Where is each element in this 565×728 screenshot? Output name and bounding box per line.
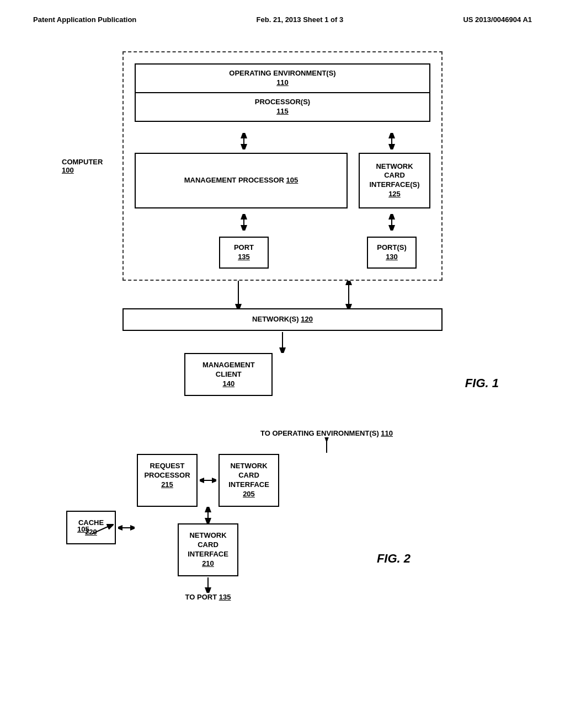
network-card-125-box: NETWORKCARDINTERFACE(S)125 <box>359 153 430 209</box>
arrow-down-left <box>135 133 353 149</box>
arrow-from-network <box>111 331 454 353</box>
mgmt-client-label: MANAGEMENTCLIENT140 <box>202 361 255 388</box>
down-arrow-nc-svg <box>383 214 400 231</box>
op-env-top: OPERATING ENVIRONMENT(S) 110 <box>136 65 429 93</box>
arrows-from-middle <box>135 214 430 231</box>
to-op-env-wrapper: TO OPERATING ENVIRONMENT(S) 110 <box>132 429 521 454</box>
network-card-210-label: NETWORKCARDINTERFACE210 <box>188 531 228 568</box>
network-box: NETWORK(S) 120 <box>122 308 443 331</box>
fig2-label: FIG. 2 <box>377 552 411 565</box>
processor-box: PROCESSOR(S) 115 <box>136 93 429 121</box>
main-content: COMPUTER 100 OPERATING ENVIRONMENT(S) 11… <box>0 29 565 577</box>
ref-105-label: 105 <box>77 525 89 533</box>
ports-130-label: PORT(S) 130 <box>377 243 406 261</box>
down-arrow-mgmt-svg <box>236 214 252 231</box>
to-op-env-label: TO OPERATING ENVIRONMENT(S) 110 <box>260 429 393 437</box>
network-card-205-label: NETWORKCARDINTERFACE205 <box>228 462 269 498</box>
down-arrow-left-svg <box>236 133 252 149</box>
port-135-wrapper: PORT 135 <box>135 234 353 269</box>
ports-130-box: PORT(S) 130 <box>367 237 417 269</box>
arrow-mgmt-down <box>135 214 353 231</box>
converge-arrow-svg <box>111 281 454 308</box>
mgmt-client-row: MANAGEMENTCLIENT140 FIG. 1 <box>44 353 521 397</box>
req-proc-col: REQUESTPROCESSOR215 <box>137 454 279 601</box>
req-nc205-arrow <box>198 454 218 507</box>
patent-header: Patent Application Publication Feb. 21, … <box>0 0 565 29</box>
horiz-double-arrow2-svg <box>200 475 216 486</box>
mgmt-client-box: MANAGEMENTCLIENT140 <box>184 353 273 397</box>
diagonal-arrow-svg <box>92 524 114 535</box>
computer-label: COMPUTER 100 <box>62 158 103 174</box>
header-right: US 2013/0046904 A1 <box>463 15 532 24</box>
fig1-label-wrapper: FIG. 1 <box>465 353 499 397</box>
network-card-125-label: NETWORKCARDINTERFACE(S)125 <box>370 162 420 200</box>
network-card-210-box: NETWORKCARDINTERFACE210 <box>178 523 238 576</box>
arrow-nc-down <box>353 214 430 231</box>
req-proc-down-arrow <box>178 507 238 523</box>
svg-line-32 <box>92 525 111 534</box>
network-label: NETWORK(S) 120 <box>252 315 313 323</box>
request-processor-215-label: REQUESTPROCESSOR215 <box>144 462 190 489</box>
nc210-down-arrow <box>178 576 238 593</box>
horiz-double-arrow-svg <box>118 522 135 533</box>
op-env-label: OPERATING ENVIRONMENT(S) 110 <box>229 69 335 87</box>
down-arrow-nc210-svg <box>200 576 216 593</box>
arrow-to-network <box>111 281 454 308</box>
down-arrow-right-svg <box>383 133 400 149</box>
arrow-down-right <box>353 133 430 149</box>
ports-130-wrapper: PORT(S) 130 <box>353 234 430 269</box>
to-port-label: TO PORT 135 <box>185 593 231 601</box>
cache-req-arrow <box>116 454 137 601</box>
fig2-area: TO OPERATING ENVIRONMENT(S) 110 CACHE 22… <box>44 429 521 565</box>
network-card-205-box: NETWORKCARDINTERFACE205 <box>218 454 279 507</box>
down-arrow-network-svg <box>271 331 294 353</box>
request-processor-215-box: REQUESTPROCESSOR215 <box>137 454 198 507</box>
mgmt-processor-box: MANAGEMENT PROCESSOR 105 <box>135 153 348 209</box>
processor-label: PROCESSOR(S) 115 <box>255 98 310 115</box>
op-env-box: OPERATING ENVIRONMENT(S) 110 PROCESSOR(S… <box>135 63 430 122</box>
port-135-box: PORT 135 <box>219 237 269 269</box>
fig1-label: FIG. 1 <box>465 376 499 390</box>
header-center: Feb. 21, 2013 Sheet 1 of 3 <box>257 15 344 24</box>
req-nc205-row: REQUESTPROCESSOR215 <box>137 454 279 507</box>
middle-row: MANAGEMENT PROCESSOR 105 NETWORKCARDINTE… <box>135 153 430 209</box>
arrows-from-processor <box>135 133 430 149</box>
header-left: Patent Application Publication <box>33 15 136 24</box>
mgmt-processor-label: MANAGEMENT PROCESSOR 105 <box>184 176 299 185</box>
down-arrow-req-proc-svg <box>200 507 216 523</box>
port-row: PORT 135 PORT(S) 130 <box>135 234 430 269</box>
port-135-label: PORT 135 <box>234 243 254 261</box>
outer-dashed-box: OPERATING ENVIRONMENT(S) 110 PROCESSOR(S… <box>122 51 443 281</box>
up-arrow-op-env-svg <box>318 437 335 454</box>
fig1-area: COMPUTER 100 OPERATING ENVIRONMENT(S) 11… <box>44 51 521 396</box>
